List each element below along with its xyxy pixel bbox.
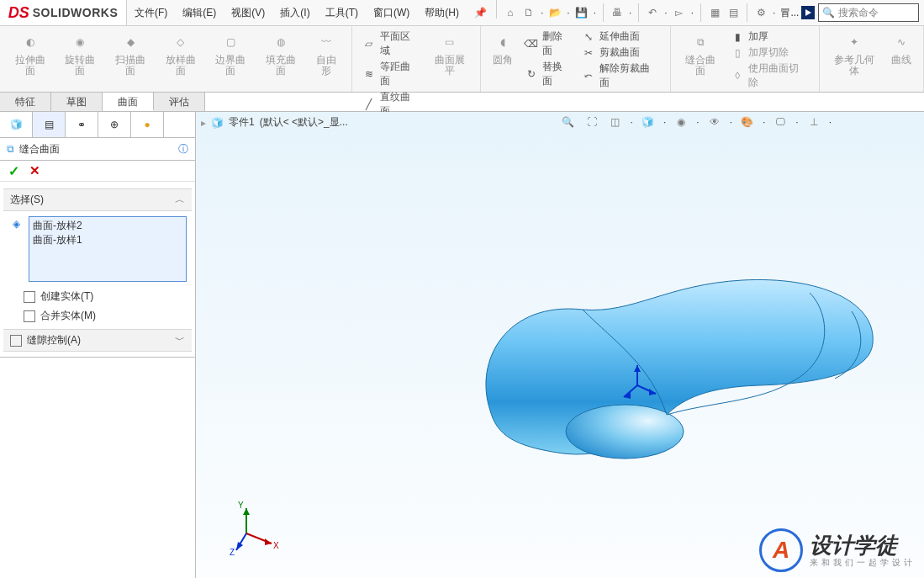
section-select-label: 选择(S): [10, 193, 44, 207]
appearance-icon[interactable]: 🎨: [739, 114, 756, 130]
checkbox-merge[interactable]: 合并实体(M): [3, 306, 192, 326]
menu-tools[interactable]: 工具(T): [318, 0, 366, 25]
separator: [747, 3, 747, 22]
ribbon-planar-surface[interactable]: ▱平面区域: [361, 29, 422, 59]
ribbon-knit-surface[interactable]: ⧉缝合曲面: [676, 29, 726, 90]
ribbon-thicken[interactable]: ▮加厚: [729, 29, 810, 45]
app-logo: DS SOLIDWORKS: [0, 0, 127, 25]
menubar: DS SOLIDWORKS 文件(F) 编辑(E) 视图(V) 插入(I) 工具…: [0, 0, 924, 26]
zoom-fit-icon[interactable]: 🔍: [560, 114, 577, 130]
view-settings-icon[interactable]: ⊥: [805, 114, 822, 130]
breadcrumb-part[interactable]: 零件1: [229, 115, 255, 130]
cancel-button[interactable]: ✕: [29, 163, 40, 178]
main-menu: 文件(F) 编辑(E) 视图(V) 插入(I) 工具(T) 窗口(W) 帮助(H…: [127, 0, 494, 25]
selection-row: ◈ 曲面-放样2 曲面-放样1: [3, 211, 192, 287]
search-icon: 🔍: [822, 7, 835, 19]
watermark-title: 设计学徒: [810, 534, 916, 556]
ribbon-lofted-surface[interactable]: ◇放样曲面: [156, 29, 206, 90]
menu-insert[interactable]: 插入(I): [272, 0, 317, 25]
pin-icon[interactable]: 📌: [467, 0, 494, 25]
hide-show-icon[interactable]: 👁: [706, 114, 723, 130]
ribbon-replace-face[interactable]: ↻替换面: [523, 59, 574, 89]
view-orientation-icon[interactable]: 🧊: [640, 114, 657, 130]
ribbon-untrim-surface[interactable]: ⤺解除剪裁曲面: [580, 61, 661, 91]
graphics-viewport[interactable]: ▸ 🧊 零件1 (默认< <默认>_显... 🔍 ⛶ ◫· 🧊· ◉· 👁· 🎨…: [196, 112, 924, 578]
panel-tab-appearance-icon[interactable]: ●: [131, 112, 164, 137]
menu-edit[interactable]: 编辑(E): [175, 0, 224, 25]
ribbon-cut-with-surface[interactable]: ◊使用曲面切除: [729, 61, 810, 91]
undo-icon[interactable]: ↶: [646, 6, 659, 19]
part-icon: 🧊: [211, 117, 224, 129]
settings-icon[interactable]: ⚙: [754, 6, 768, 19]
tab-sketch[interactable]: 草图: [51, 93, 103, 111]
ribbon-revolved-surface[interactable]: ◉旋转曲面: [55, 29, 106, 90]
ribbon-curves[interactable]: ∿曲线: [884, 29, 918, 90]
checkbox-icon: [10, 335, 22, 347]
ribbon-swept-surface[interactable]: ◆扫描曲面: [105, 29, 156, 90]
checkbox-create-solid[interactable]: 创建实体(T): [3, 287, 192, 306]
ribbon-trim-surface[interactable]: ✂剪裁曲面: [580, 45, 661, 61]
ribbon-thicken-cut[interactable]: ▯加厚切除: [729, 45, 810, 61]
svg-text:X: X: [273, 541, 279, 550]
search-input[interactable]: 🔍 搜索命令: [818, 3, 919, 22]
panel-tab-dimxpert-icon[interactable]: ⊕: [98, 112, 131, 137]
panel-tab-feature-tree-icon[interactable]: 🧊: [0, 112, 33, 137]
selection-list[interactable]: 曲面-放样2 曲面-放样1: [29, 216, 187, 282]
qat-more[interactable]: 冒...: [780, 6, 799, 20]
scene-icon[interactable]: 🖵: [772, 114, 789, 130]
tab-features[interactable]: 特征: [0, 93, 51, 111]
breadcrumb-state: (默认< <默认>_显...: [260, 115, 348, 130]
ribbon-flatten[interactable]: ▭曲面展平: [425, 29, 475, 90]
display-style-icon[interactable]: ◉: [673, 114, 689, 130]
svg-text:Z: Z: [230, 548, 235, 555]
list-item[interactable]: 曲面-放样2: [33, 219, 182, 233]
ribbon-extruded-surface[interactable]: ◐拉伸曲面: [5, 29, 55, 90]
search-play-icon[interactable]: [801, 6, 815, 19]
breadcrumb-arrow-icon[interactable]: ▸: [201, 117, 206, 129]
svg-text:Y: Y: [238, 501, 244, 510]
help-icon[interactable]: ⓘ: [178, 142, 188, 156]
view-toolbar: 🔍 ⛶ ◫· 🧊· ◉· 👁· 🎨· 🖵· ⊥·: [560, 114, 832, 130]
ribbon-extend-surface[interactable]: ⤡延伸曲面: [580, 29, 661, 45]
menu-view[interactable]: 视图(V): [224, 0, 272, 25]
ribbon-reference-geometry[interactable]: ✦参考几何体: [825, 29, 884, 90]
search-wrap: 🔍 搜索命令: [801, 0, 924, 25]
print-icon[interactable]: 🖶: [610, 6, 624, 19]
rebuild-icon[interactable]: ▦: [708, 6, 721, 19]
ribbon-fillet[interactable]: ◖圆角: [486, 29, 520, 90]
new-icon[interactable]: 🗋: [522, 6, 536, 19]
property-manager: 🧊 ▤ ⚭ ⊕ ● ⧉ 缝合曲面 ⓘ ✓ ✕ 选择(S) ︿ ◈: [0, 112, 196, 578]
ok-button[interactable]: ✓: [8, 163, 19, 179]
watermark-icon: A: [759, 528, 803, 572]
ribbon-freeform[interactable]: 〰自由形: [306, 29, 346, 90]
ribbon-offset-surface[interactable]: ≋等距曲面: [361, 59, 422, 89]
ribbon: ◐拉伸曲面 ◉旋转曲面 ◆扫描曲面 ◇放样曲面 ▢边界曲面 ◍填充曲面 〰自由形…: [0, 26, 924, 93]
select-icon[interactable]: ▻: [673, 6, 686, 19]
logo-ds: DS: [8, 4, 29, 22]
save-icon[interactable]: 💾: [575, 6, 589, 19]
section-view-icon[interactable]: ◫: [607, 114, 624, 130]
separator: [700, 3, 701, 22]
section-select[interactable]: 选择(S) ︿: [3, 188, 192, 211]
menu-help[interactable]: 帮助(H): [417, 0, 467, 25]
list-item[interactable]: 曲面-放样1: [33, 233, 182, 247]
tab-surfaces[interactable]: 曲面: [103, 93, 154, 111]
push-pin-icon[interactable]: ◈: [8, 216, 24, 231]
command-tabs: 特征 草图 曲面 评估: [0, 93, 924, 112]
panel-tab-config-icon[interactable]: ⚭: [66, 112, 98, 137]
open-icon[interactable]: 📂: [548, 6, 562, 19]
view-triad[interactable]: Y X Z: [226, 496, 285, 555]
panel-tab-property-icon[interactable]: ▤: [33, 112, 66, 137]
ribbon-delete-face[interactable]: ⌫删除面: [523, 29, 574, 59]
watermark-subtitle: 来和我们一起学设计: [810, 559, 916, 567]
ribbon-boundary-surface[interactable]: ▢边界曲面: [206, 29, 256, 90]
properties-icon[interactable]: ▤: [726, 6, 740, 19]
zoom-area-icon[interactable]: ⛶: [583, 114, 600, 130]
section-gap-control[interactable]: 缝隙控制(A) ﹀: [3, 329, 192, 352]
tab-evaluate[interactable]: 评估: [154, 93, 205, 111]
home-icon[interactable]: ⌂: [504, 6, 517, 19]
menu-file[interactable]: 文件(F): [127, 0, 175, 25]
checkbox-icon: [24, 310, 35, 322]
ribbon-filled-surface[interactable]: ◍填充曲面: [256, 29, 306, 90]
menu-window[interactable]: 窗口(W): [366, 0, 417, 25]
